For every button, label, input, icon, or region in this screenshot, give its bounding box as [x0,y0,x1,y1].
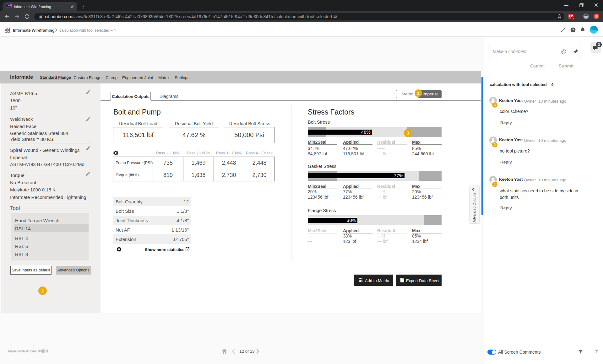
svg-text:?: ? [572,28,574,32]
